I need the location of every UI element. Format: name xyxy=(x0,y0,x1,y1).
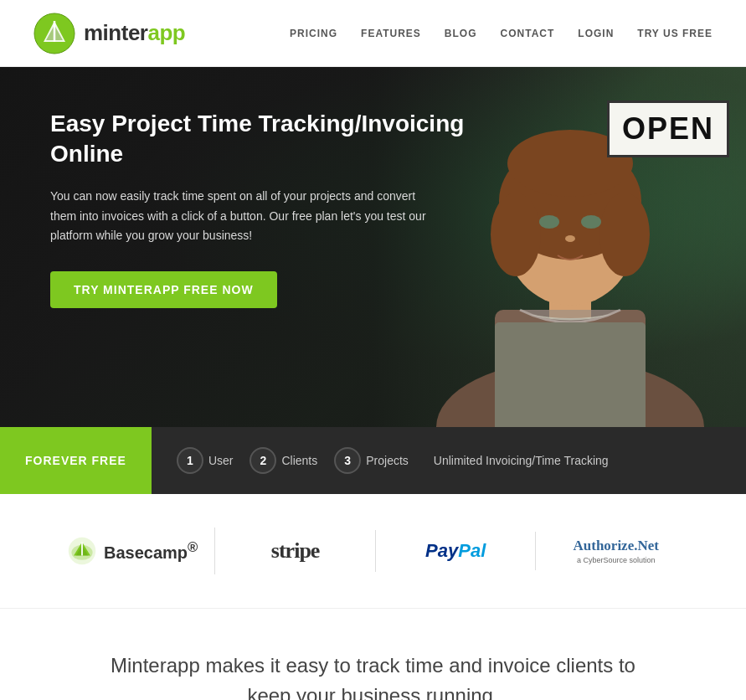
feature-circle-2: 2 xyxy=(250,447,276,474)
main-nav: PRICING FEATURES BLOG CONTACT LOGIN TRY … xyxy=(290,28,713,39)
hero-title: Easy Project Time Tracking/Invoicing Onl… xyxy=(50,109,486,170)
nav-contact[interactable]: CONTACT xyxy=(501,28,555,39)
nav-login[interactable]: LOGIN xyxy=(578,28,614,39)
svg-point-9 xyxy=(491,193,541,276)
integration-stripe: stripe xyxy=(215,530,376,572)
authorize-main: Authorize.Net xyxy=(573,538,658,553)
tagline-section: Minterapp makes it easy to track time an… xyxy=(0,609,746,700)
integration-paypal: PayPal xyxy=(376,532,537,570)
tagline-text: Minterapp makes it easy to track time an… xyxy=(89,651,658,700)
svg-point-12 xyxy=(539,215,559,229)
hero-content: Easy Project Time Tracking/Invoicing Onl… xyxy=(50,109,486,308)
nav-blog[interactable]: BLOG xyxy=(445,28,477,39)
integration-authorize: Authorize.Net a CyberSource solution xyxy=(536,529,696,573)
features-bar: FOREVER FREE 1 User 2 Clients 3 Projects… xyxy=(0,427,746,494)
integrations-section: Basecamp® stripe PayPal Authorize.Net a … xyxy=(0,494,746,609)
logo-text: minterapp xyxy=(84,20,185,46)
feature-label-clients: Clients xyxy=(281,454,317,467)
authorize-text: Authorize.Net a CyberSource solution xyxy=(573,538,658,564)
nav-try-free[interactable]: TRY US FREE xyxy=(637,28,713,39)
basecamp-icon xyxy=(67,536,97,566)
hero-section: OPEN Easy Project Time Tracking/Invoicin… xyxy=(0,67,746,427)
svg-point-14 xyxy=(565,235,575,242)
authorize-sub: a CyberSource solution xyxy=(573,556,658,564)
feature-label-user: User xyxy=(208,454,234,467)
feature-label-projects: Projects xyxy=(366,454,409,467)
stripe-text: stripe xyxy=(271,538,320,564)
hero-cta-button[interactable]: TRY MINTERAPP FREE NOW xyxy=(50,271,277,308)
header: minterapp PRICING FEATURES BLOG CONTACT … xyxy=(0,0,746,67)
paypal-text: PayPal xyxy=(425,540,486,562)
nav-pricing[interactable]: PRICING xyxy=(290,28,337,39)
open-sign: OPEN xyxy=(607,100,729,157)
forever-free-label: FOREVER FREE xyxy=(0,427,152,494)
feature-circle-1: 1 xyxy=(177,447,203,474)
svg-point-13 xyxy=(581,215,601,229)
basecamp-text: Basecamp® xyxy=(104,539,198,563)
basecamp-logo: Basecamp® xyxy=(67,536,198,566)
hero-description: You can now easily track time spent on a… xyxy=(50,187,435,246)
svg-rect-15 xyxy=(495,322,646,427)
logo-icon xyxy=(33,13,75,54)
features-items: 1 User 2 Clients 3 Projects Unlimited In… xyxy=(152,447,746,474)
integration-basecamp: Basecamp® xyxy=(50,528,215,574)
feature-circle-3: 3 xyxy=(334,447,361,474)
nav-features[interactable]: FEATURES xyxy=(361,28,421,39)
svg-point-10 xyxy=(599,193,650,276)
unlimited-text: Unlimited Invoicing/Time Tracking xyxy=(434,454,609,467)
logo-area: minterapp xyxy=(33,13,185,54)
